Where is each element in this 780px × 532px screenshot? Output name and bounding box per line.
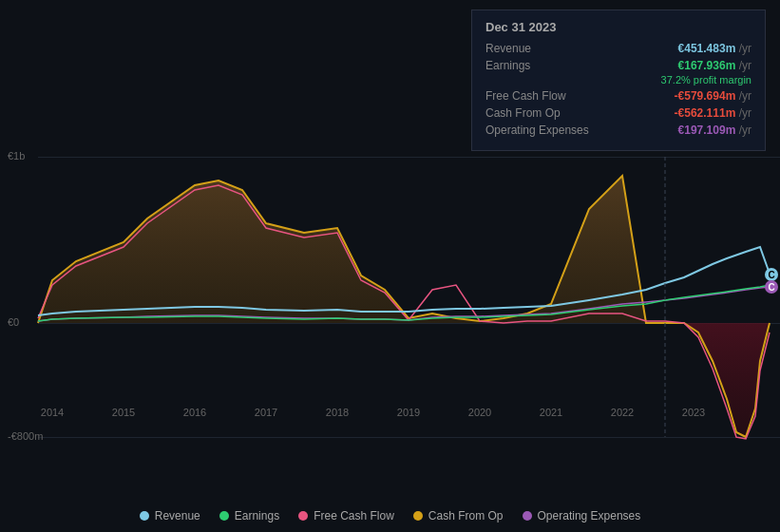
tooltip-earnings-value: €167.936m /yr: [678, 59, 751, 72]
chart-container: €1b €0 -€800m: [0, 0, 780, 532]
legend-label-fcf: Free Cash Flow: [314, 509, 394, 522]
legend-dot-opex: [523, 511, 532, 521]
x-2019: 2019: [397, 407, 420, 418]
legend-label-cashop: Cash From Op: [428, 509, 504, 522]
x-2022: 2022: [611, 407, 634, 418]
x-2023: 2023: [682, 407, 705, 418]
tooltip-revenue-row: Revenue €451.483m /yr: [485, 42, 751, 55]
tooltip-earnings-label: Earnings: [485, 59, 599, 72]
legend-fcf[interactable]: Free Cash Flow: [298, 509, 394, 522]
legend-dot-fcf: [298, 511, 308, 521]
tooltip-cashop-value: -€562.111m /yr: [675, 106, 751, 120]
legend-label-opex: Operating Expenses: [538, 509, 641, 522]
tooltip-box: Dec 31 2023 Revenue €451.483m /yr Earnin…: [471, 10, 766, 151]
tooltip-fcf-label: Free Cash Flow: [485, 89, 599, 103]
tooltip-cashop-label: Cash From Op: [485, 106, 599, 120]
x-2014: 2014: [41, 407, 64, 418]
legend-cashop[interactable]: Cash From Op: [413, 509, 504, 522]
tooltip-revenue-label: Revenue: [485, 42, 599, 55]
x-2017: 2017: [255, 407, 277, 418]
opex-indicator: C: [765, 280, 778, 294]
tooltip-earnings-row: Earnings €167.936m /yr: [485, 59, 751, 72]
x-2021: 2021: [540, 407, 562, 418]
tooltip-fcf-row: Free Cash Flow -€579.694m /yr: [485, 89, 751, 103]
tooltip-revenue-value: €451.483m /yr: [678, 42, 751, 55]
tooltip-opex-label: Operating Expenses: [485, 124, 599, 137]
x-2018: 2018: [326, 407, 349, 418]
tooltip-profit-margin-row: 37.2% profit margin: [485, 74, 751, 86]
revenue-indicator: C: [765, 268, 778, 281]
legend: Revenue Earnings Free Cash Flow Cash Fro…: [0, 509, 780, 522]
tooltip-profit-margin: 37.2% profit margin: [661, 74, 751, 86]
tooltip-fcf-value: -€579.694m /yr: [675, 89, 751, 103]
tooltip-opex-row: Operating Expenses €197.109m /yr: [485, 124, 751, 137]
legend-opex[interactable]: Operating Expenses: [523, 509, 641, 522]
tooltip-date: Dec 31 2023: [485, 20, 751, 34]
legend-label-earnings: Earnings: [235, 509, 279, 522]
tooltip-opex-value: €197.109m /yr: [678, 124, 751, 137]
legend-dot-revenue: [140, 511, 149, 521]
x-2015: 2015: [112, 407, 135, 418]
legend-earnings[interactable]: Earnings: [219, 509, 279, 522]
legend-dot-earnings: [219, 511, 229, 521]
legend-revenue[interactable]: Revenue: [140, 509, 200, 522]
x-2016: 2016: [183, 407, 206, 418]
legend-label-revenue: Revenue: [155, 509, 200, 522]
tooltip-cashop-row: Cash From Op -€562.111m /yr: [485, 106, 751, 120]
x-2020: 2020: [468, 407, 491, 418]
legend-dot-cashop: [413, 511, 423, 521]
